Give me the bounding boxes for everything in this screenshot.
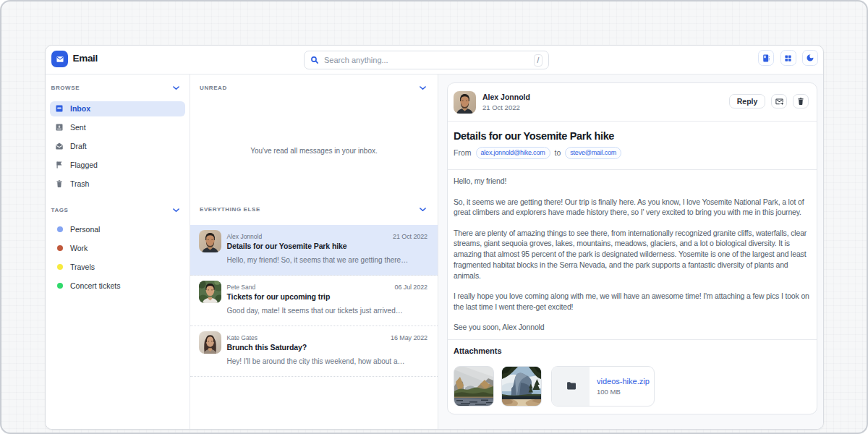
attachments-row: videos-hike.zip 100 MB [454,366,809,407]
zip-info: videos-hike.zip 100 MB [590,367,650,406]
mail-item-content: Kate Gates 16 May 2022 Brunch this Satur… [227,331,428,376]
search-placeholder: Search anything... [324,56,534,64]
mail-item-subject: Tickets for our upcoming trip [227,292,428,302]
unread-empty-state: You've read all messages in your inbox. [190,94,438,204]
mail-item-snippet: Hello, my friend! So, it seems that we a… [227,256,428,265]
main-columns: BROWSE Inbox Sent [46,75,823,429]
tag-item-concert-tickets[interactable]: Concert tickets [50,278,185,293]
sidebar-item-label: Flagged [70,161,98,169]
attachments-label: Attachments [454,346,809,355]
to-address-chip[interactable]: steve@mail.com [565,147,621,159]
sidebar-item-trash[interactable]: Trash [50,176,185,192]
sidebar-item-label: Sent [70,123,86,132]
zip-thumbnail [552,367,590,406]
chevron-down-icon[interactable] [173,208,179,213]
folder-icon [566,382,576,390]
mail-list-column: UNREAD You've read all messages in your … [190,75,438,429]
mail-item-sender: Alex Jonnold [227,233,263,240]
envelope-icon [55,54,65,64]
attachment-photo-half-dome[interactable] [501,366,542,407]
sidebar-item-label: Trash [70,179,89,188]
tag-label: Concert tickets [70,281,120,290]
browse-list: Inbox Sent Draft [46,101,190,192]
drafts-icon [55,142,64,150]
dark-mode-button[interactable] [802,50,818,66]
chevron-down-icon[interactable] [420,208,426,212]
sidebar-item-sent[interactable]: Sent [50,120,185,135]
page-background: Email Search anything... / [0,0,868,434]
sidebar: BROWSE Inbox Sent [46,75,190,429]
attachment-photo-yosemite-valley[interactable] [454,366,494,407]
tag-label: Personal [70,225,100,234]
mail-list-item-3[interactable]: Kate Gates 16 May 2022 Brunch this Satur… [190,326,438,377]
email-from-to-row: From alex.jonnold@hike.com to steve@mail… [454,147,809,159]
zip-file-size: 100 MB [597,388,650,396]
email-subject: Details for our Yosemite Park hike [454,131,809,142]
sidebar-item-flagged[interactable]: Flagged [50,158,185,173]
mail-item-content: Pete Sand 06 Jul 2022 Tickets for our up… [227,281,428,326]
avatar-pete-sand [199,281,221,303]
trash-icon [796,97,805,106]
mail-item-date: 06 Jul 2022 [395,284,427,291]
apps-button[interactable] [780,50,796,66]
tag-item-personal[interactable]: Personal [50,221,185,237]
tag-label: Travels [70,263,95,271]
mail-item-snippet: Good day, mate! It seems that our ticket… [227,307,428,315]
email-paragraph: Hello, my friend! [454,176,809,187]
attachment-zip-card[interactable]: videos-hike.zip 100 MB [551,366,655,407]
divider [448,169,817,170]
tag-dot-personal [57,226,63,232]
app-title: Email [73,53,98,64]
email-app-window: Email Search anything... / [45,45,824,430]
search-icon [310,56,319,64]
unread-empty-message: You've read all messages in your inbox. [250,147,378,155]
book-icon [762,54,770,63]
email-card: Alex Jonnold 21 Oct 2022 Reply [447,82,817,414]
forward-button[interactable] [771,94,787,109]
mail-items: Alex Jonnold 21 Oct 2022 Details for our… [190,225,438,377]
unread-section-header[interactable]: UNREAD [190,82,438,94]
top-bar: Email Search anything... / [46,46,823,75]
flag-icon [55,161,64,169]
tags-label: TAGS [51,207,69,213]
divider [448,339,817,340]
everything-else-label: EVERYTHING ELSE [200,206,260,213]
book-button[interactable] [758,50,774,66]
to-label: to [555,148,561,157]
avatar-kate-gates [199,331,221,354]
tag-dot-concert-tickets [57,283,63,289]
mail-item-subject: Brunch this Saturday? [227,343,428,352]
mail-list-item-1[interactable]: Alex Jonnold 21 Oct 2022 Details for our… [190,225,438,276]
email-paragraph: So, it seems we are getting there! Our t… [454,197,809,218]
search-input[interactable]: Search anything... / [304,51,549,69]
mail-item-date: 21 Oct 2022 [393,233,427,240]
from-address-chip[interactable]: alex.jonnold@hike.com [476,147,550,159]
divider [448,121,817,122]
tag-item-travels[interactable]: Travels [50,259,185,274]
tag-item-work[interactable]: Work [50,240,185,255]
chevron-down-icon[interactable] [420,86,426,90]
everything-else-section-header[interactable]: EVERYTHING ELSE [190,204,438,216]
email-paragraph: See you soon, Alex Jonnold [454,322,809,333]
chevron-down-icon[interactable] [173,86,179,90]
apps-grid-icon [784,54,792,62]
mail-item-sender: Pete Sand [227,284,256,291]
reply-button[interactable]: Reply [729,94,765,109]
unread-label: UNREAD [200,85,227,91]
avatar-alex-jonnold [454,91,476,114]
email-paragraph: There are plenty of amazing things to se… [454,228,809,281]
mail-item-sender: Kate Gates [227,334,258,341]
browse-label: BROWSE [51,85,80,91]
browse-section-header[interactable]: BROWSE [46,82,190,94]
email-sender-name: Alex Jonnold [482,93,530,101]
mail-item-subject: Details for our Yosemite Park hike [227,242,428,251]
mail-item-snippet: Hey! I'll be around the city this weeken… [227,357,428,366]
email-actions: Reply [729,91,809,109]
sidebar-item-inbox[interactable]: Inbox [50,101,185,116]
inbox-icon [55,104,64,113]
app-logo [51,51,68,67]
mail-list-item-2[interactable]: Pete Sand 06 Jul 2022 Tickets for our up… [190,276,438,326]
tags-section-header[interactable]: TAGS [46,205,190,216]
delete-button[interactable] [793,94,809,109]
sidebar-item-draft[interactable]: Draft [50,139,185,154]
